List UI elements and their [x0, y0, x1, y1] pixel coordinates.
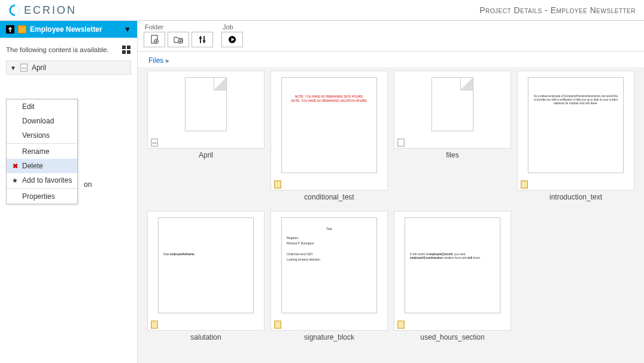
menu-separator — [7, 143, 77, 144]
svg-rect-12 — [203, 40, 205, 42]
caret-down-icon: ▼ — [10, 65, 16, 71]
file-name: April — [147, 149, 265, 163]
settings-button[interactable] — [192, 32, 213, 47]
doc-file-icon — [274, 180, 282, 189]
svg-rect-21 — [398, 321, 405, 328]
app-header: ECRION Project Details - Employee Newsle… — [0, 0, 644, 21]
content-pane: Folder Job Files▸ — [137, 21, 644, 363]
file-card[interactable]: In the month of employee/@month, you use… — [394, 211, 511, 345]
context-menu: Edit Download Versions Rename ✖Delete ★A… — [6, 99, 78, 204]
file-thumbnail: Dear employee/fullname, — [158, 217, 254, 313]
breadcrumb-root[interactable]: Files — [148, 56, 163, 65]
run-job-button[interactable] — [221, 32, 243, 47]
file-name: files — [394, 149, 511, 163]
star-icon: ★ — [11, 177, 19, 184]
menu-add-favorites[interactable]: ★Add to favorites — [7, 173, 77, 187]
file-name: salutation — [147, 331, 265, 345]
file-card[interactable]: files — [394, 71, 511, 205]
file-card[interactable]: TitleRegards,Richard P. BuringtonChairma… — [271, 211, 388, 345]
file-gallery: <> April NOTE: YOU HAVE NO REMAINING SIC… — [138, 67, 644, 363]
tree-item-april[interactable]: ▼ <> April — [6, 60, 131, 75]
page-title: Project Details - Employee Newsletter — [479, 5, 636, 15]
svg-rect-3 — [127, 46, 130, 49]
xml-file-icon: <> — [150, 138, 159, 147]
doc-file-icon — [520, 180, 528, 189]
menu-separator — [7, 188, 77, 189]
file-card[interactable]: As a valued employee of [company/firstna… — [517, 71, 634, 205]
tree-item-label: April — [32, 63, 46, 72]
brand-logo: ECRION — [8, 4, 77, 17]
doc-file-icon — [150, 320, 159, 329]
sidebar-project-name: Employee Newsletter — [30, 25, 102, 34]
toolbar-job-group: Job — [221, 23, 243, 47]
svg-rect-16 — [275, 181, 281, 188]
doc-file-icon — [274, 320, 282, 329]
upload-icon — [6, 25, 14, 34]
content-available-msg: The following content is available. — [6, 43, 131, 60]
file-card[interactable]: NOTE: YOU HAVE NO REMAINING SICK HOURS.N… — [271, 71, 388, 205]
toolbar-folder-label: Folder — [144, 23, 163, 31]
menu-rename[interactable]: Rename — [7, 144, 77, 159]
file-thumbnail: As a valued employee of [company/firstna… — [528, 77, 624, 173]
logo-icon — [8, 4, 22, 17]
toolbar-folder-group: Folder — [144, 23, 213, 47]
toolbar: Folder Job — [138, 21, 644, 52]
chevron-down-icon[interactable]: ▼ — [124, 25, 131, 34]
delete-icon: ✖ — [11, 162, 19, 170]
file-thumbnail: NOTE: YOU HAVE NO REMAINING SICK HOURS.N… — [281, 77, 377, 173]
file-name: conditional_test — [271, 190, 388, 205]
svg-rect-5 — [127, 50, 130, 54]
svg-rect-11 — [199, 37, 202, 39]
grid-view-icon[interactable] — [121, 45, 131, 55]
svg-rect-20 — [275, 321, 281, 328]
project-icon — [18, 25, 26, 34]
sidebar: Employee Newsletter ▼ The following cont… — [0, 21, 137, 363]
svg-rect-19 — [151, 321, 158, 328]
menu-edit[interactable]: Edit — [7, 99, 77, 114]
breadcrumb: Files▸ — [138, 52, 644, 67]
file-thumbnail: In the month of employee/@month, you use… — [405, 217, 500, 313]
main-area: Employee Newsletter ▼ The following cont… — [0, 21, 644, 363]
file-thumbnail — [432, 77, 473, 131]
file-thumbnail: TitleRegards,Richard P. BuringtonChairma… — [281, 217, 377, 313]
new-folder-button[interactable] — [168, 32, 189, 47]
file-card[interactable]: Dear employee/fullname, salutation — [147, 211, 265, 345]
svg-rect-17 — [398, 139, 405, 146]
new-file-button[interactable] — [144, 32, 165, 47]
xml-file-icon: <> — [20, 63, 28, 72]
breadcrumb-separator: ▸ — [166, 56, 169, 65]
file-name: introduction_text — [517, 190, 634, 205]
svg-rect-18 — [521, 181, 528, 188]
toolbar-job-label: Job — [221, 23, 233, 31]
svg-text:<>: <> — [152, 141, 157, 145]
svg-rect-2 — [122, 46, 126, 49]
menu-versions[interactable]: Versions — [7, 128, 77, 143]
svg-text:<>: <> — [22, 66, 26, 70]
menu-delete[interactable]: ✖Delete — [7, 159, 77, 173]
file-thumbnail — [185, 77, 227, 131]
menu-download[interactable]: Download — [7, 114, 77, 128]
doc-file-icon — [397, 320, 405, 329]
svg-rect-4 — [122, 50, 126, 54]
brand-name: ECRION — [24, 4, 77, 17]
text-file-icon — [397, 138, 405, 147]
file-name: used_hours_section — [394, 331, 511, 345]
menu-properties[interactable]: Properties — [7, 189, 77, 204]
file-card[interactable]: <> April — [147, 71, 265, 205]
file-name: signature_block — [271, 331, 388, 345]
sidebar-project-header[interactable]: Employee Newsletter ▼ — [0, 21, 137, 38]
